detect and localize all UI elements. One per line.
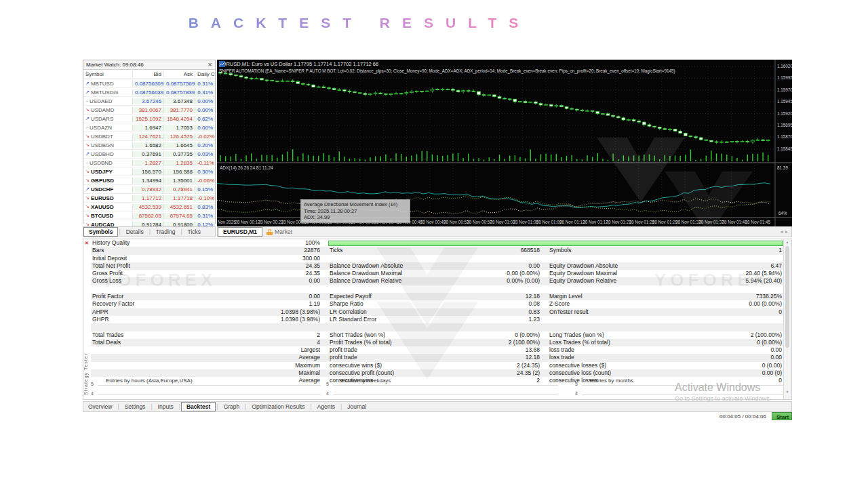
symbol-name: GBPUSD [91,178,114,184]
tab-right-icon[interactable]: ► [785,230,789,234]
svg-text:28 Nov 01:05: 28 Nov 01:05 [513,220,539,224]
bid-value: 1.6582 [132,142,163,148]
tooltip-line2: Time: 2025.11.28 00:27 [304,208,407,215]
column-header-bid[interactable]: Bid [132,71,163,77]
chart-panel[interactable]: 28 Nov 202528 Nov 00:1728 Nov 00:2128 No… [217,60,792,226]
stat-value: 2 [205,331,321,339]
column-header-ask[interactable]: Ask [163,71,195,77]
indicator-tooltip: Average Directional Movement Index (14) … [300,199,410,223]
scroll-up-icon[interactable]: ▲ [785,240,790,244]
ask-value: 126.4575 [163,134,195,140]
daily-change-value: -0.06% [195,178,215,184]
symbol-name: USDAZN [90,125,112,131]
market-watch-row-usdbgn[interactable]: ↘USDBGN1.65821.66450.20% [83,141,215,150]
column-header-daily-cha-[interactable]: Daily Cha... [195,71,215,77]
stat-label: loss trade [548,354,671,361]
scroll-thumb[interactable] [785,246,789,348]
market-tab-label[interactable]: Market [275,228,292,235]
tab-inputs[interactable]: Inputs [153,403,178,411]
symbol-name: MBTUSDm [91,89,118,96]
tab-settings[interactable]: Settings [120,403,151,411]
scroll-down-icon[interactable]: ▼ [785,390,790,394]
tooltip-line1: Average Directional Movement Index (14) [304,201,407,208]
stat-label: Symbols [548,247,671,254]
market-watch-row-mbtusd[interactable]: ↗MBTUSD0.087563090.087575690.31% [83,79,215,88]
tab-scroll-arrows[interactable]: ◄ ► [779,230,791,234]
daily-change-value: 0.15% [195,186,215,192]
market-watch-row-usdchf[interactable]: ↗USDCHF0.789320.789410.15% [83,185,215,194]
tab-ticks[interactable]: Ticks [183,228,206,236]
svg-text:1.15895: 1.15895 [777,123,792,127]
down-arrow-icon: ↘ [85,107,90,113]
market-watch-row-usdbdt[interactable]: ↘USDBDT124.7621126.4575-0.02% [83,132,215,141]
up-arrow-icon: ↗ [85,151,90,157]
market-watch-row-usdbnd[interactable]: −USDBND1.28271.2835-0.11% [83,159,215,167]
market-watch-row-usdbhd[interactable]: ↗USDBHD0.376910.377350.03% [83,150,215,159]
svg-text:28 Nov 00:57: 28 Nov 00:57 [467,220,492,224]
tab-details[interactable]: Details [121,228,149,236]
market-watch-row-usdaed[interactable]: −USDAED3.672463.673480.00% [83,97,215,106]
tab-overview[interactable]: Overview [83,403,117,411]
stat-value: 7338.25% [671,293,783,300]
daily-change-value: 0.31% [195,81,215,87]
tab-optimization-results[interactable]: Optimization Results [247,403,309,411]
market-watch-row-usdamd[interactable]: ↘USDAMD381.0067381.77700.00% [83,106,215,115]
daily-change-value: 0.00% [195,107,215,113]
stat-label: GHPR [91,316,205,323]
bid-value: 124.7621 [132,134,163,140]
svg-text:28 Nov 01:33: 28 Nov 01:33 [675,220,701,224]
stat-value: 6.47 [671,262,783,270]
bid-value: 156.570 [132,169,163,175]
daily-change-value: 0.00% [195,125,215,131]
ea-parameters-line: SNIPER AUTOMATION (EA_Name=SNIPER P AUTO… [219,68,675,73]
column-header-symbol[interactable]: Symbol [83,71,132,77]
svg-text:1.15945: 1.15945 [777,99,792,104]
tab-journal[interactable]: Journal [342,403,371,411]
stat-label: loss trade [548,346,671,354]
market-watch-row-usdazn[interactable]: −USDAZN1.69471.70530.00% [83,123,215,132]
stat-label: Total Deals [91,339,205,346]
svg-text:28 Nov 01:29: 28 Nov 01:29 [652,220,678,224]
results-scrollbar[interactable]: ▲ ▼ [783,239,791,399]
symbol-name: MBTUSD [91,81,114,87]
symbol-name: USDBDT [91,134,113,140]
svg-text:28 Nov 01:13: 28 Nov 01:13 [559,220,585,224]
tab-eurusd-m1[interactable]: EURUSD,M1 [218,227,262,237]
stat-value: 0.00 [671,346,783,354]
market-watch-row-gbpusd[interactable]: ↘GBPUSD1.349941.35001-0.06% [83,176,215,185]
start-button[interactable]: Start [772,412,792,420]
stat-value: 24.35 [205,270,321,277]
daily-change-value: -0.11% [195,160,215,166]
down-arrow-icon: ↘ [85,134,90,139]
tab-backtest[interactable]: Backtest [181,402,216,411]
tester-bottom-tabs: Overview|Settings|Inputs|Backtest|Graph|… [83,401,792,412]
tab-left-icon[interactable]: ◄ [779,230,783,234]
market-watch-row-xauusd[interactable]: ↘XAUUSD4532.5394532.6510.83% [83,203,215,211]
chart-symbol-icon [219,61,225,67]
flat-icon: − [85,125,88,130]
stat-label: consecutive loss (count) [548,369,671,377]
tab-graph[interactable]: Graph [219,403,245,411]
market-watch-row-usdars[interactable]: ↗USDARS1525.10921548.42940.62% [83,115,215,123]
down-arrow-icon: ↘ [85,169,90,174]
daily-change-value: 0.83% [195,204,215,210]
market-watch-row-btcusd[interactable]: ↘BTCUSD87562.0587574.650.31% [83,211,215,220]
market-watch-row-mbtusdm[interactable]: ↗MBTUSDm0.087560390.087578390.31% [83,88,215,97]
market-watch-row-eurusd[interactable]: ↘EURUSD1.177121.17718-0.10% [83,194,215,203]
stat-label: Profit Factor [91,293,205,300]
lock-icon [267,229,273,235]
mini-chart-title: Entries by hours (Asia,Europe,USA) [106,378,193,384]
stat-label: Margin Level [548,293,671,300]
stop-icon[interactable]: ✕ [85,241,89,246]
up-arrow-icon: ↗ [85,89,90,95]
daily-change-value: 0.62% [195,116,215,122]
chart-title-text: EURUSD,M1: Euro vs US Dollar 1.17795 1.1… [219,61,378,67]
tab-agents[interactable]: Agents [313,403,340,411]
mini-chart-1: Entries by hours (Asia,Europe,USA)54 [91,379,321,401]
close-icon[interactable]: ✕ [208,60,212,69]
tab-trading[interactable]: Trading [151,228,180,236]
up-arrow-icon: ↗ [85,81,90,86]
stat-value: 100% [205,239,321,247]
tab-symbols[interactable]: Symbols [83,227,118,237]
market-watch-row-usdjpy[interactable]: ↘USDJPY156.570156.5880.30% [83,167,215,176]
